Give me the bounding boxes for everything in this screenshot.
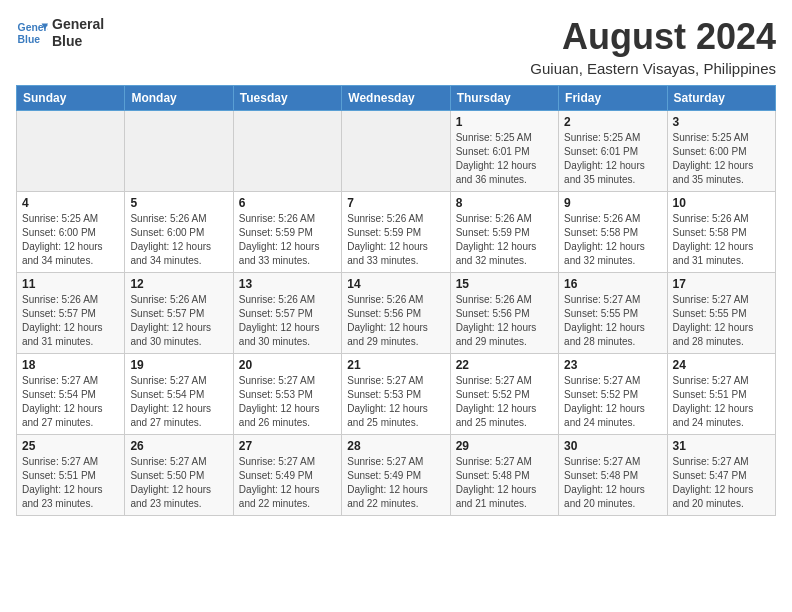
calendar-cell: 7Sunrise: 5:26 AM Sunset: 5:59 PM Daylig… xyxy=(342,192,450,273)
calendar-cell: 18Sunrise: 5:27 AM Sunset: 5:54 PM Dayli… xyxy=(17,354,125,435)
calendar-cell: 9Sunrise: 5:26 AM Sunset: 5:58 PM Daylig… xyxy=(559,192,667,273)
calendar-cell: 13Sunrise: 5:26 AM Sunset: 5:57 PM Dayli… xyxy=(233,273,341,354)
day-info: Sunrise: 5:25 AM Sunset: 6:01 PM Dayligh… xyxy=(456,131,553,187)
day-info: Sunrise: 5:27 AM Sunset: 5:48 PM Dayligh… xyxy=(456,455,553,511)
calendar-cell: 25Sunrise: 5:27 AM Sunset: 5:51 PM Dayli… xyxy=(17,435,125,516)
day-number: 2 xyxy=(564,115,661,129)
calendar-table: SundayMondayTuesdayWednesdayThursdayFrid… xyxy=(16,85,776,516)
calendar-cell: 27Sunrise: 5:27 AM Sunset: 5:49 PM Dayli… xyxy=(233,435,341,516)
day-info: Sunrise: 5:27 AM Sunset: 5:55 PM Dayligh… xyxy=(673,293,770,349)
calendar-cell: 11Sunrise: 5:26 AM Sunset: 5:57 PM Dayli… xyxy=(17,273,125,354)
day-number: 1 xyxy=(456,115,553,129)
calendar-cell: 15Sunrise: 5:26 AM Sunset: 5:56 PM Dayli… xyxy=(450,273,558,354)
day-info: Sunrise: 5:25 AM Sunset: 6:00 PM Dayligh… xyxy=(673,131,770,187)
day-number: 13 xyxy=(239,277,336,291)
day-number: 9 xyxy=(564,196,661,210)
calendar-cell: 6Sunrise: 5:26 AM Sunset: 5:59 PM Daylig… xyxy=(233,192,341,273)
day-info: Sunrise: 5:27 AM Sunset: 5:47 PM Dayligh… xyxy=(673,455,770,511)
day-info: Sunrise: 5:27 AM Sunset: 5:53 PM Dayligh… xyxy=(347,374,444,430)
weekday-header-monday: Monday xyxy=(125,86,233,111)
calendar-cell: 29Sunrise: 5:27 AM Sunset: 5:48 PM Dayli… xyxy=(450,435,558,516)
day-number: 30 xyxy=(564,439,661,453)
calendar-title: August 2024 xyxy=(530,16,776,58)
day-info: Sunrise: 5:26 AM Sunset: 5:58 PM Dayligh… xyxy=(673,212,770,268)
day-info: Sunrise: 5:26 AM Sunset: 5:59 PM Dayligh… xyxy=(347,212,444,268)
day-number: 25 xyxy=(22,439,119,453)
calendar-cell: 2Sunrise: 5:25 AM Sunset: 6:01 PM Daylig… xyxy=(559,111,667,192)
calendar-cell: 4Sunrise: 5:25 AM Sunset: 6:00 PM Daylig… xyxy=(17,192,125,273)
day-info: Sunrise: 5:27 AM Sunset: 5:51 PM Dayligh… xyxy=(673,374,770,430)
day-info: Sunrise: 5:26 AM Sunset: 5:58 PM Dayligh… xyxy=(564,212,661,268)
day-info: Sunrise: 5:26 AM Sunset: 5:56 PM Dayligh… xyxy=(456,293,553,349)
day-info: Sunrise: 5:27 AM Sunset: 5:51 PM Dayligh… xyxy=(22,455,119,511)
day-number: 12 xyxy=(130,277,227,291)
logo-text-line2: Blue xyxy=(52,33,104,50)
day-info: Sunrise: 5:26 AM Sunset: 5:57 PM Dayligh… xyxy=(130,293,227,349)
weekday-header-thursday: Thursday xyxy=(450,86,558,111)
logo: General Blue General Blue xyxy=(16,16,104,50)
day-info: Sunrise: 5:27 AM Sunset: 5:52 PM Dayligh… xyxy=(564,374,661,430)
calendar-cell: 19Sunrise: 5:27 AM Sunset: 5:54 PM Dayli… xyxy=(125,354,233,435)
day-number: 26 xyxy=(130,439,227,453)
logo-icon: General Blue xyxy=(16,17,48,49)
day-number: 3 xyxy=(673,115,770,129)
header: General Blue General Blue August 2024 Gu… xyxy=(16,16,776,77)
day-number: 4 xyxy=(22,196,119,210)
calendar-cell: 20Sunrise: 5:27 AM Sunset: 5:53 PM Dayli… xyxy=(233,354,341,435)
calendar-cell: 30Sunrise: 5:27 AM Sunset: 5:48 PM Dayli… xyxy=(559,435,667,516)
day-info: Sunrise: 5:26 AM Sunset: 5:57 PM Dayligh… xyxy=(22,293,119,349)
day-info: Sunrise: 5:27 AM Sunset: 5:52 PM Dayligh… xyxy=(456,374,553,430)
day-info: Sunrise: 5:26 AM Sunset: 5:59 PM Dayligh… xyxy=(239,212,336,268)
day-number: 20 xyxy=(239,358,336,372)
calendar-cell xyxy=(125,111,233,192)
day-number: 14 xyxy=(347,277,444,291)
day-info: Sunrise: 5:27 AM Sunset: 5:55 PM Dayligh… xyxy=(564,293,661,349)
calendar-subtitle: Guiuan, Eastern Visayas, Philippines xyxy=(530,60,776,77)
day-number: 11 xyxy=(22,277,119,291)
day-number: 16 xyxy=(564,277,661,291)
day-number: 10 xyxy=(673,196,770,210)
day-info: Sunrise: 5:25 AM Sunset: 6:01 PM Dayligh… xyxy=(564,131,661,187)
calendar-cell: 24Sunrise: 5:27 AM Sunset: 5:51 PM Dayli… xyxy=(667,354,775,435)
day-info: Sunrise: 5:27 AM Sunset: 5:54 PM Dayligh… xyxy=(130,374,227,430)
calendar-cell: 26Sunrise: 5:27 AM Sunset: 5:50 PM Dayli… xyxy=(125,435,233,516)
day-number: 27 xyxy=(239,439,336,453)
weekday-header-tuesday: Tuesday xyxy=(233,86,341,111)
calendar-cell: 28Sunrise: 5:27 AM Sunset: 5:49 PM Dayli… xyxy=(342,435,450,516)
day-number: 24 xyxy=(673,358,770,372)
day-number: 5 xyxy=(130,196,227,210)
calendar-week-0: 1Sunrise: 5:25 AM Sunset: 6:01 PM Daylig… xyxy=(17,111,776,192)
weekday-header-sunday: Sunday xyxy=(17,86,125,111)
calendar-week-2: 11Sunrise: 5:26 AM Sunset: 5:57 PM Dayli… xyxy=(17,273,776,354)
day-number: 23 xyxy=(564,358,661,372)
calendar-cell xyxy=(17,111,125,192)
calendar-cell xyxy=(342,111,450,192)
day-number: 8 xyxy=(456,196,553,210)
calendar-cell: 3Sunrise: 5:25 AM Sunset: 6:00 PM Daylig… xyxy=(667,111,775,192)
day-info: Sunrise: 5:27 AM Sunset: 5:49 PM Dayligh… xyxy=(239,455,336,511)
day-info: Sunrise: 5:26 AM Sunset: 5:56 PM Dayligh… xyxy=(347,293,444,349)
calendar-cell: 8Sunrise: 5:26 AM Sunset: 5:59 PM Daylig… xyxy=(450,192,558,273)
calendar-cell: 14Sunrise: 5:26 AM Sunset: 5:56 PM Dayli… xyxy=(342,273,450,354)
calendar-cell: 22Sunrise: 5:27 AM Sunset: 5:52 PM Dayli… xyxy=(450,354,558,435)
weekday-header-wednesday: Wednesday xyxy=(342,86,450,111)
calendar-cell: 1Sunrise: 5:25 AM Sunset: 6:01 PM Daylig… xyxy=(450,111,558,192)
calendar-week-3: 18Sunrise: 5:27 AM Sunset: 5:54 PM Dayli… xyxy=(17,354,776,435)
title-area: August 2024 Guiuan, Eastern Visayas, Phi… xyxy=(530,16,776,77)
calendar-week-4: 25Sunrise: 5:27 AM Sunset: 5:51 PM Dayli… xyxy=(17,435,776,516)
svg-text:Blue: Blue xyxy=(18,33,41,44)
day-number: 15 xyxy=(456,277,553,291)
day-info: Sunrise: 5:27 AM Sunset: 5:53 PM Dayligh… xyxy=(239,374,336,430)
calendar-cell: 16Sunrise: 5:27 AM Sunset: 5:55 PM Dayli… xyxy=(559,273,667,354)
day-number: 19 xyxy=(130,358,227,372)
calendar-cell: 17Sunrise: 5:27 AM Sunset: 5:55 PM Dayli… xyxy=(667,273,775,354)
calendar-body: 1Sunrise: 5:25 AM Sunset: 6:01 PM Daylig… xyxy=(17,111,776,516)
weekday-header-saturday: Saturday xyxy=(667,86,775,111)
day-info: Sunrise: 5:25 AM Sunset: 6:00 PM Dayligh… xyxy=(22,212,119,268)
calendar-cell: 10Sunrise: 5:26 AM Sunset: 5:58 PM Dayli… xyxy=(667,192,775,273)
day-number: 29 xyxy=(456,439,553,453)
calendar-cell: 31Sunrise: 5:27 AM Sunset: 5:47 PM Dayli… xyxy=(667,435,775,516)
calendar-cell xyxy=(233,111,341,192)
day-number: 6 xyxy=(239,196,336,210)
day-number: 18 xyxy=(22,358,119,372)
